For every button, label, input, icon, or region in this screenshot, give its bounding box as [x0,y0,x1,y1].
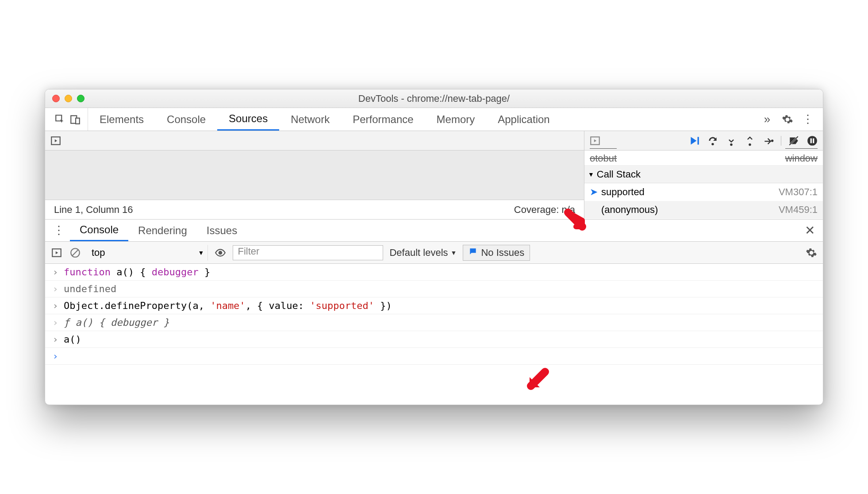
call-stack-frame[interactable]: ➤supportedVM307:1 [584,183,823,201]
input-marker-icon: › [51,266,59,278]
disclosure-triangle-icon: ▼ [588,171,594,178]
svg-point-7 [749,143,751,145]
more-tabs-button[interactable]: » [761,113,773,126]
coverage-status: Coverage: n/a [514,204,575,216]
input-marker-icon: › [51,300,59,311]
console-line-content: function a() { debugger } [64,266,210,278]
sources-editor: Line 1, Column 16 Coverage: n/a [45,131,584,219]
console-line-content: undefined [64,283,116,294]
close-drawer-icon[interactable]: ✕ [805,223,823,238]
chevron-down-icon: ▼ [198,249,204,256]
window-title: DevTools - chrome://new-tab-page/ [45,93,823,104]
console-sidebar-toggle-icon[interactable] [50,247,63,259]
step-into-icon[interactable] [725,135,737,147]
live-expression-icon[interactable] [214,247,227,259]
editor-status-bar: Line 1, Column 16 Coverage: n/a [45,200,584,219]
call-stack-header[interactable]: ▼ Call Stack [584,166,823,183]
execution-context-label: top [92,247,105,259]
svg-line-15 [73,250,78,255]
kebab-menu-icon[interactable]: ⋮ [802,113,814,126]
svg-point-8 [771,139,773,142]
console-line: ‹ƒ a() { debugger } [45,314,823,331]
tab-console[interactable]: Console [155,108,217,131]
frame-name: supported [601,186,645,198]
device-toolbar-icon[interactable] [69,113,81,126]
resume-script-icon[interactable] [688,135,700,147]
call-stack-title: Call Stack [597,169,641,180]
show-navigator-icon[interactable] [50,135,62,147]
sources-panel: Line 1, Column 16 Coverage: n/a [45,131,823,220]
console-toolbar: top ▼ Filter Default levels ▼ No Issues [45,242,823,264]
code-editor-area[interactable] [45,151,584,200]
step-icon[interactable] [762,135,775,147]
output-marker-icon: ‹ [51,283,59,294]
chat-icon [469,247,477,259]
frame-location: VM459:1 [779,204,818,216]
execution-context-selector[interactable]: top ▼ [88,245,208,261]
drawer-tab-bar: ⋮ ConsoleRenderingIssues ✕ [45,220,823,242]
input-marker-icon: › [51,334,59,345]
chevron-down-icon: ▼ [451,249,457,256]
console-line: ›function a() { debugger } [45,264,823,281]
main-tab-bar: ElementsConsoleSourcesNetworkPerformance… [45,108,823,131]
step-out-icon[interactable] [744,135,756,147]
call-stack-frame[interactable]: (anonymous)VM459:1 [584,201,823,219]
inspect-element-icon[interactable] [54,113,66,126]
deactivate-breakpoints-icon[interactable] [787,135,800,147]
drawer-tab-console[interactable]: Console [70,220,128,241]
drawer-tab-rendering[interactable]: Rendering [128,220,197,241]
main-tabs: ElementsConsoleSourcesNetworkPerformance… [88,108,561,131]
toggle-debugger-sidebar-icon[interactable] [589,135,601,147]
frame-name: (anonymous) [601,204,658,216]
console-line: ›a() [45,331,823,348]
console-output[interactable]: ›function a() { debugger }‹undefined›Obj… [45,264,823,365]
console-line-content: a() [64,334,81,345]
current-frame-arrow-icon: ➤ [590,186,598,198]
tab-application[interactable]: Application [486,108,561,131]
tab-memory[interactable]: Memory [425,108,487,131]
tab-network[interactable]: Network [279,108,341,131]
console-line: › [45,348,823,365]
issues-label: No Issues [481,247,524,259]
prompt-marker-icon: › [51,351,59,362]
svg-point-16 [219,251,223,255]
issues-chip[interactable]: No Issues [463,245,530,261]
svg-rect-12 [813,138,814,143]
settings-icon[interactable] [781,113,794,126]
output-marker-icon: ‹ [51,317,59,328]
log-levels-label: Default levels [389,247,448,259]
console-line-content: Object.defineProperty(a, 'name', { value… [64,300,392,311]
devtools-window: DevTools - chrome://new-tab-page/ Elemen… [45,89,823,405]
clear-console-icon[interactable] [69,247,81,259]
console-line: ‹undefined [45,281,823,297]
console-settings-icon[interactable] [805,247,818,259]
log-levels-selector[interactable]: Default levels ▼ [389,247,457,259]
debugger-sidebar: otobut window ▼ Call Stack ➤supportedVM3… [584,131,823,219]
debugger-toolbar [584,131,823,151]
console-line: ›Object.defineProperty(a, 'name', { valu… [45,297,823,314]
drawer-tab-issues[interactable]: Issues [197,220,247,241]
svg-point-6 [730,143,732,145]
svg-point-5 [711,143,714,145]
frame-location: VM307:1 [779,186,818,198]
console-filter-input[interactable]: Filter [233,245,383,260]
cursor-position: Line 1, Column 16 [54,204,133,216]
svg-rect-4 [698,137,699,144]
tab-sources[interactable]: Sources [217,108,279,131]
pause-on-exceptions-icon[interactable] [806,135,818,147]
tab-performance[interactable]: Performance [341,108,425,131]
drawer-menu-icon[interactable]: ⋮ [48,224,70,237]
console-line-content: ƒ a() { debugger } [64,317,169,328]
scope-row-partial: otobut window [584,151,823,166]
titlebar: DevTools - chrome://new-tab-page/ [45,89,823,108]
tab-elements[interactable]: Elements [88,108,155,131]
svg-rect-11 [810,138,812,143]
step-over-icon[interactable] [707,135,719,147]
svg-rect-1 [76,118,80,124]
